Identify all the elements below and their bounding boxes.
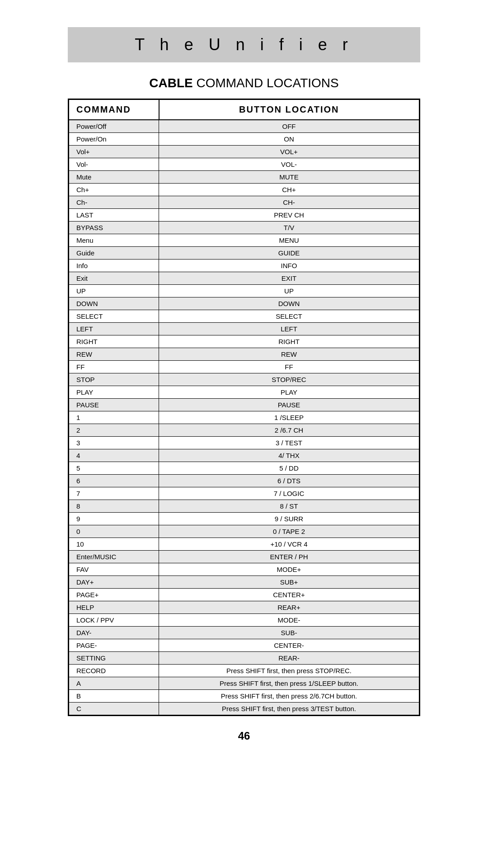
table-cell-location: CH+ [159, 184, 420, 196]
table-row: 44/ THX [69, 449, 420, 462]
table-cell-command: STOP [69, 373, 159, 386]
table-row: ExitEXIT [69, 272, 420, 285]
table-cell-command: DOWN [69, 297, 159, 310]
table-cell-location: 4/ THX [159, 449, 420, 462]
table-cell-location: SELECT [159, 310, 420, 323]
table-cell-command: BYPASS [69, 222, 159, 234]
table-row: 66 / DTS [69, 475, 420, 487]
col-header-command: COMMAND [69, 99, 159, 120]
table-cell-command: PAUSE [69, 399, 159, 411]
table-cell-command: Vol- [69, 158, 159, 171]
table-cell-location: FF [159, 361, 420, 373]
table-cell-command: 9 [69, 513, 159, 525]
table-row: 00 / TAPE 2 [69, 525, 420, 538]
table-row: UPUP [69, 285, 420, 297]
table-cell-command: REW [69, 348, 159, 361]
page-wrapper: T h e U n i f i e r CABLE COMMAND LOCATI… [68, 0, 420, 760]
table-cell-command: Info [69, 259, 159, 272]
command-table: COMMAND BUTTON LOCATION Power/OffOFFPowe… [68, 99, 420, 716]
table-cell-location: T/V [159, 222, 420, 234]
table-cell-command: LEFT [69, 323, 159, 335]
table-row: SELECTSELECT [69, 310, 420, 323]
table-cell-command: 0 [69, 525, 159, 538]
table-cell-location: REAR+ [159, 601, 420, 614]
table-cell-location: DOWN [159, 297, 420, 310]
table-cell-location: CENTER- [159, 639, 420, 652]
table-row: LOCK / PPVMODE- [69, 614, 420, 627]
table-cell-location: 7 / LOGIC [159, 487, 420, 500]
table-row: FAVMODE+ [69, 563, 420, 576]
table-cell-command: HELP [69, 601, 159, 614]
table-cell-location: VOL+ [159, 146, 420, 158]
table-cell-command: 8 [69, 500, 159, 513]
table-cell-location: REW [159, 348, 420, 361]
table-cell-command: Power/On [69, 133, 159, 146]
table-cell-command: RIGHT [69, 335, 159, 348]
table-cell-command: Ch- [69, 196, 159, 209]
table-cell-command: SELECT [69, 310, 159, 323]
table-row: RIGHTRIGHT [69, 335, 420, 348]
table-row: REWREW [69, 348, 420, 361]
table-row: LASTPREV CH [69, 209, 420, 222]
table-cell-location: VOL- [159, 158, 420, 171]
table-cell-command: LAST [69, 209, 159, 222]
table-cell-location: PLAY [159, 386, 420, 399]
table-cell-command: UP [69, 285, 159, 297]
table-cell-location: SUB+ [159, 576, 420, 589]
table-cell-location: EXIT [159, 272, 420, 285]
table-cell-location: 5 / DD [159, 462, 420, 475]
table-cell-command: Menu [69, 234, 159, 247]
table-row: 88 / ST [69, 500, 420, 513]
table-cell-command: FAV [69, 563, 159, 576]
table-cell-location: PREV CH [159, 209, 420, 222]
table-cell-command: 7 [69, 487, 159, 500]
table-row: FFFF [69, 361, 420, 373]
table-row: DOWNDOWN [69, 297, 420, 310]
table-cell-command: PAGE+ [69, 589, 159, 601]
table-cell-command: Power/Off [69, 120, 159, 133]
table-row: PAUSEPAUSE [69, 399, 420, 411]
table-row: Vol+VOL+ [69, 146, 420, 158]
table-row: 33 / TEST [69, 437, 420, 449]
table-row: PLAYPLAY [69, 386, 420, 399]
table-cell-command: 3 [69, 437, 159, 449]
table-cell-command: 4 [69, 449, 159, 462]
table-cell-command: DAY+ [69, 576, 159, 589]
table-cell-location: MUTE [159, 171, 420, 184]
table-cell-location: 9 / SURR [159, 513, 420, 525]
table-row: Power/OnON [69, 133, 420, 146]
table-cell-location: OFF [159, 120, 420, 133]
table-cell-location: ENTER / PH [159, 551, 420, 563]
table-cell-command: Exit [69, 272, 159, 285]
table-row: 10+10 / VCR 4 [69, 538, 420, 551]
table-cell-location: +10 / VCR 4 [159, 538, 420, 551]
table-cell-command: Enter/MUSIC [69, 551, 159, 563]
table-cell-command: FF [69, 361, 159, 373]
table-cell-command: 1 [69, 411, 159, 424]
table-cell-command: A [69, 677, 159, 690]
table-cell-location: CENTER+ [159, 589, 420, 601]
table-row: Ch+CH+ [69, 184, 420, 196]
header-banner: T h e U n i f i e r [68, 27, 420, 62]
table-row: MenuMENU [69, 234, 420, 247]
table-cell-command: Ch+ [69, 184, 159, 196]
section-title-rest: COMMAND LOCATIONS [193, 76, 339, 90]
table-cell-command: 6 [69, 475, 159, 487]
header-title: T h e U n i f i e r [135, 35, 353, 54]
table-cell-command: Vol+ [69, 146, 159, 158]
table-cell-command: 10 [69, 538, 159, 551]
table-cell-location: Press SHIFT first, then press STOP/REC. [159, 665, 420, 677]
table-cell-location: 6 / DTS [159, 475, 420, 487]
table-cell-location: Press SHIFT first, then press 1/SLEEP bu… [159, 677, 420, 690]
col-header-location: BUTTON LOCATION [159, 99, 420, 120]
table-row: 22 /6.7 CH [69, 424, 420, 437]
table-cell-location: CH- [159, 196, 420, 209]
table-cell-location: 8 / ST [159, 500, 420, 513]
table-cell-location: MODE+ [159, 563, 420, 576]
table-cell-location: MODE- [159, 614, 420, 627]
table-cell-command: Guide [69, 247, 159, 259]
table-row: DAY+SUB+ [69, 576, 420, 589]
table-row: Enter/MUSICENTER / PH [69, 551, 420, 563]
table-cell-location: Press SHIFT first, then press 2/6.7CH bu… [159, 690, 420, 703]
table-cell-location: LEFT [159, 323, 420, 335]
